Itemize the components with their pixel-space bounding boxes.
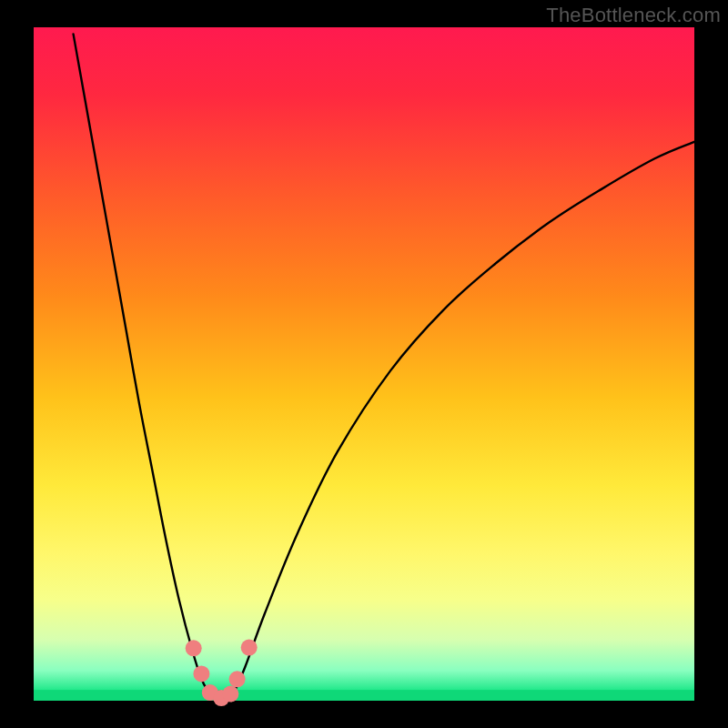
- trough-marker: [229, 671, 246, 687]
- chart-canvas: [0, 0, 728, 728]
- chart-frame: TheBottleneck.com: [0, 0, 728, 728]
- trough-marker: [193, 665, 209, 682]
- trough-marker: [186, 640, 202, 656]
- trough-marker: [241, 640, 258, 656]
- trough-marker: [222, 686, 238, 703]
- bottom-band: [34, 690, 694, 701]
